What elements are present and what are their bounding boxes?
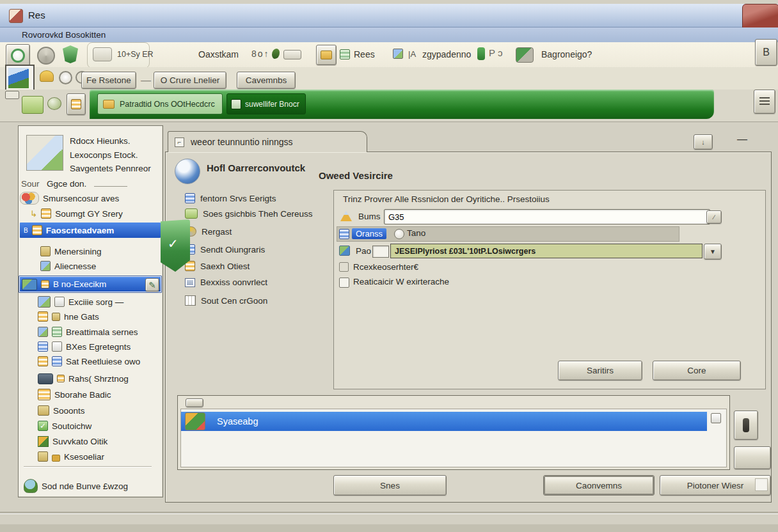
rees-label[interactable]: Rees [354, 49, 375, 59]
gear-row-line [94, 186, 127, 187]
lamp-icon[interactable] [40, 70, 54, 82]
picture-icon[interactable] [393, 49, 403, 59]
sidebar-item[interactable]: Sooonts [38, 403, 85, 418]
window-title: Res [28, 10, 45, 20]
check1-label: Rcexkeoserhter€ [353, 262, 418, 272]
search-prefix: |A [408, 49, 416, 59]
person-icon[interactable] [477, 47, 485, 60]
shield-icon[interactable] [63, 45, 78, 63]
folder-toolbar-button[interactable] [316, 45, 337, 65]
sidebar-divider [24, 466, 152, 467]
dialog-tab[interactable]: ⌐ weeor teunnuntio ninngss [168, 131, 367, 152]
sidebar-item[interactable]: Breattimala sernes [38, 325, 138, 339]
gear-row-label[interactable]: Ggce don. [47, 179, 86, 189]
sidebar-item[interactable]: Menersining [40, 244, 102, 258]
picture-icon [38, 296, 51, 308]
pen-green-icon[interactable] [516, 47, 534, 63]
continue-button[interactable]: Caonvemns [543, 475, 655, 496]
list-icon [185, 193, 195, 203]
tano-radio[interactable] [394, 229, 404, 239]
green-tab-dark[interactable]: suwellifer Bnocr [226, 93, 306, 114]
folder-small-button[interactable] [67, 93, 86, 115]
list-area[interactable]: Syaseabg [180, 409, 727, 467]
wallet-icon[interactable] [22, 96, 44, 114]
menubar[interactable]: Rovorovkd Bosokitten [0, 27, 778, 43]
nav-label: Rergast [202, 227, 232, 237]
menu-item[interactable]: Rovorovkd Bosokitten [22, 30, 106, 40]
save-button[interactable]: Snes [333, 475, 447, 496]
toolbar-glyphs[interactable]: 8o↑ [251, 49, 270, 59]
field-side-button[interactable]: ∕ [706, 210, 722, 224]
landscape-icon [8, 68, 29, 88]
minimize-button[interactable]: — [737, 134, 747, 145]
sidebar-item[interactable]: hne Gats [38, 309, 99, 324]
dialog-nav-item[interactable]: Rergast [185, 226, 232, 237]
sidebar-item-label: Soutoichw [52, 421, 91, 431]
list-mini-button[interactable] [186, 398, 203, 407]
sphere-icon[interactable] [47, 97, 61, 110]
pao-label: Pao [356, 246, 371, 256]
clock-icon[interactable] [59, 71, 72, 84]
core-button[interactable]: Core [653, 361, 741, 380]
home-button[interactable] [6, 44, 30, 66]
sidebar-item[interactable]: Ksesoeliar [38, 450, 104, 464]
viewer-button[interactable]: Piotoner Wiesr [660, 475, 771, 496]
titlebar[interactable]: Res [0, 4, 778, 27]
green-tab-active[interactable]: Patradtid Ons OOtHecdcrc [97, 93, 223, 114]
bums-input[interactable] [384, 209, 710, 224]
check2-checkbox[interactable] [339, 278, 349, 288]
dialog-nav-item[interactable]: Sout Cen crGoon [185, 295, 267, 306]
orans-label[interactable]: Oranss [352, 228, 386, 239]
flashlight-button[interactable] [734, 411, 758, 440]
dialog-nav-item[interactable]: Bexxiss oonvrlect [185, 278, 267, 287]
sidebar-item[interactable]: Suvvkato Oitik [38, 434, 107, 448]
grid-green-icon[interactable] [340, 49, 350, 59]
tab-crure[interactable]: O Crure Lnelier [154, 72, 226, 89]
tab-restore[interactable]: Fe Rsetone [81, 72, 136, 89]
tab-restore-label: Fe Rsetone [86, 75, 131, 85]
search-label[interactable]: zgypadenno [422, 49, 471, 59]
picture-icon [38, 327, 48, 337]
toolbar-right-label[interactable]: Bagroneigo? [541, 49, 592, 59]
cards-icon [22, 279, 37, 290]
check1-icon[interactable] [339, 262, 349, 272]
pao-dropdown-button[interactable]: ▼ [704, 244, 722, 260]
leaf-icon[interactable] [272, 49, 280, 59]
grid-table-icon [185, 295, 196, 306]
sidebar-item[interactable]: Rahs( Shrztnog [38, 372, 129, 386]
toolbar: 10+Sy ER Oaxstkam 8o↑ Rees |A zgypadenno… [0, 42, 778, 68]
card-icon[interactable] [283, 50, 301, 59]
sort-button[interactable]: ↓ [694, 134, 713, 150]
sidebar-footer-item[interactable]: Sod nde Bunve £wzog [24, 479, 128, 493]
refresh-icon[interactable]: P ↄ [489, 47, 502, 58]
pao-combo-value[interactable]: JESElPlyriost £03L'10tP.LOsiwcrgers [390, 244, 703, 258]
pao-mini-box[interactable] [372, 246, 389, 258]
printer-button[interactable]: 10+Sy ER [87, 42, 150, 68]
sidebar-item-selected[interactable]: B no-Execikm ✎ [19, 276, 162, 293]
sidebar-item[interactable]: ↳ Soumgt GY Srery [30, 207, 123, 221]
blank-button[interactable] [734, 446, 771, 469]
tab-cavemns[interactable]: Cavemnbs [237, 72, 296, 89]
sidebar-item-selected[interactable]: B Faoscrteadvaem [20, 223, 161, 238]
viewer-button-box [755, 478, 768, 491]
close-button[interactable] [742, 4, 778, 31]
sidebar-item[interactable]: Sat Reetluiese owo [38, 354, 140, 368]
bottom-groove [0, 512, 778, 513]
sidebar-item[interactable]: ✓ Soutoichw [38, 419, 91, 433]
dialog-nav-item[interactable]: Saexh Otiest [185, 261, 250, 271]
sidebar-item[interactable]: Aliecnesse [40, 259, 96, 273]
sidebar-item[interactable]: Smursencosur aves [20, 191, 119, 205]
sidebar-item[interactable]: BXes Egretegnts [38, 340, 131, 354]
grid-corner-button[interactable] [754, 90, 775, 114]
sidebar-item[interactable]: Sborahe Badic [38, 387, 111, 402]
corner-b-button[interactable]: B [755, 39, 777, 66]
dialog-nav-item[interactable]: Sendt Oiungraris [185, 244, 265, 254]
dialog-nav-item[interactable]: fentorn Srvs Eerigts [185, 193, 276, 203]
dialog-nav-item[interactable]: Soes gsichbis Theh Cereuss [185, 208, 313, 219]
recycle-icon[interactable] [37, 47, 55, 65]
edit-pencil-button[interactable]: ✎ [145, 278, 159, 292]
sidebar-item[interactable]: Exciiie sorg — [38, 295, 123, 309]
list-selected-row[interactable]: Syaseabg [181, 412, 707, 431]
toolbar-center-label[interactable]: Oaxstkam [198, 49, 239, 59]
settings-button[interactable]: Saritirs [558, 361, 642, 380]
